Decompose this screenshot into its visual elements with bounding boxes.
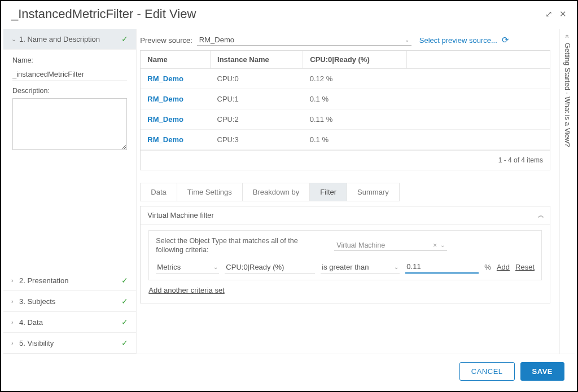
tab-time-settings[interactable]: Time Settings [177,183,243,201]
grid-header-row: Name Instance Name CPU:0|Ready (%) [141,51,550,69]
name-label: Name: [12,56,127,64]
dialog-titlebar: _InstancedMetricFilter - Edit View ⤢ ✕ [3,3,575,28]
col-instance[interactable]: Instance Name [211,51,303,69]
cell-instance: CPU:0 [211,69,303,89]
wizard-sidebar: ⌄ 1. Name and Description ✓ Name: Descri… [3,29,137,354]
criteria-description: Select the Object Type that matches all … [156,236,325,255]
operator-select[interactable]: is greater than ⌄ [321,261,400,274]
object-type-select[interactable]: Virtual Machine × ⌄ [334,240,447,251]
tab-summary[interactable]: Summary [347,183,399,201]
chevron-right-icon: › [11,298,19,305]
tab-data[interactable]: Data [141,183,177,201]
config-tabs: DataTime SettingsBreakdown byFilterSumma… [140,183,399,201]
cancel-button[interactable]: CANCEL [459,362,515,381]
step-label: 4. Data [19,318,121,327]
step-subjects[interactable]: › 3. Subjects ✓ [3,291,136,312]
table-row[interactable]: RM_DemoCPU:30.1 % [141,130,550,150]
cell-ready: 0.11 % [303,109,407,130]
chevron-down-icon: ⌄ [405,37,409,43]
check-icon: ✓ [121,276,128,285]
expand-rail-icon[interactable]: « [563,34,571,38]
getting-started-rail[interactable]: « Getting Started - What is a View? [559,29,575,354]
cell-name[interactable]: RM_Demo [141,69,210,89]
add-criteria-link[interactable]: Add [497,263,510,271]
step-data[interactable]: › 4. Data ✓ [3,312,136,333]
expand-icon[interactable]: ⤢ [545,9,553,19]
description-label: Description: [12,87,127,95]
select-preview-source-link[interactable]: Select preview source... [419,36,497,45]
step-label: 2. Presentation [19,276,121,285]
preview-source-label: Preview source: [140,36,192,45]
object-type-value: Virtual Machine [336,241,433,249]
check-icon: ✓ [121,34,128,43]
step-label: 1. Name and Description [19,35,121,43]
save-button[interactable]: SAVE [520,362,564,381]
step-name-description[interactable]: ⌄ 1. Name and Description ✓ [3,29,136,50]
cell-ready: 0.1 % [303,89,407,109]
filter-panel-title: Virtual Machine filter [147,211,214,219]
chevron-right-icon: › [11,319,19,325]
chevron-down-icon: ⌄ [394,264,399,270]
value-input[interactable] [405,261,479,274]
metric-kind-select[interactable]: Metrics ⌄ [156,261,219,274]
cell-instance: CPU:2 [211,109,303,130]
criteria-row: Metrics ⌄ CPU:0|Ready (%) is greater tha… [156,261,535,274]
grid-footer: 1 - 4 of 4 items [141,150,550,170]
cell-ready: 0.1 % [303,130,407,150]
collapse-icon[interactable]: ︽ [538,211,543,219]
dialog-title: _InstancedMetricFilter - Edit View [11,7,538,21]
refresh-icon[interactable]: ⟳ [502,35,509,45]
check-icon: ✓ [121,338,128,347]
filter-panel: Virtual Machine filter ︽ Select the Obje… [140,206,550,303]
clear-icon[interactable]: × [433,241,437,249]
metric-name-field[interactable]: CPU:0|Ready (%) [225,261,315,274]
preview-source-select[interactable]: RM_Demo ⌄ [197,34,411,46]
reset-criteria-link[interactable]: Reset [515,263,535,271]
cell-name[interactable]: RM_Demo [141,109,210,130]
step-name-description-content: Name: Description: [3,50,136,270]
rail-title: Getting Started - What is a View? [563,43,571,147]
cell-name[interactable]: RM_Demo [141,130,210,150]
check-icon: ✓ [121,297,128,306]
table-row[interactable]: RM_DemoCPU:10.1 % [141,89,550,109]
chevron-right-icon: › [11,340,19,346]
preview-source-row: Preview source: RM_Demo ⌄ Select preview… [137,34,554,50]
table-row[interactable]: RM_DemoCPU:20.11 % [141,109,550,130]
table-row[interactable]: RM_DemoCPU:00.12 % [141,69,550,89]
col-spacer [406,51,550,69]
name-input[interactable] [12,68,127,81]
step-label: 5. Visibility [19,339,121,347]
description-input[interactable] [12,98,127,150]
close-icon[interactable]: ✕ [559,9,567,19]
tab-breakdown-by[interactable]: Breakdown by [243,183,310,201]
chevron-down-icon: ⌄ [11,36,19,43]
col-name[interactable]: Name [141,51,210,69]
add-criteria-set-link[interactable]: Add another criteria set [148,286,224,294]
cell-instance: CPU:3 [211,130,303,150]
step-visibility[interactable]: › 5. Visibility ✓ [3,333,136,354]
chevron-down-icon: ⌄ [440,242,445,248]
cell-instance: CPU:1 [211,89,303,109]
preview-source-value: RM_Demo [199,36,234,44]
tab-filter[interactable]: Filter [310,183,347,201]
chevron-right-icon: › [11,277,19,284]
step-label: 3. Subjects [19,297,121,306]
col-ready[interactable]: CPU:0|Ready (%) [303,51,407,69]
step-presentation[interactable]: › 2. Presentation ✓ [3,270,136,291]
dialog-footer: CANCEL SAVE [3,354,575,389]
cell-name[interactable]: RM_Demo [141,89,210,109]
check-icon: ✓ [121,318,128,327]
chevron-down-icon: ⌄ [213,264,218,270]
cell-ready: 0.12 % [303,69,407,89]
preview-grid: Name Instance Name CPU:0|Ready (%) RM_De… [140,50,550,170]
unit-label: % [484,263,491,271]
